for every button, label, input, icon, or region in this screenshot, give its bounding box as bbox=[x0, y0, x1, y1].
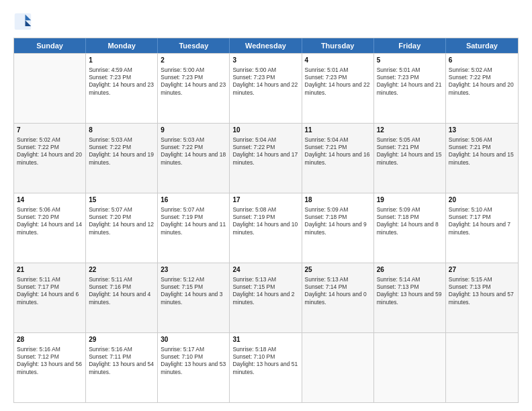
daylight-text: Daylight: 14 hours and 15 minutes. bbox=[377, 151, 443, 167]
daylight-text: Daylight: 14 hours and 15 minutes. bbox=[449, 151, 515, 167]
weekday-header: Thursday bbox=[302, 38, 374, 53]
calendar-header: SundayMondayTuesdayWednesdayThursdayFrid… bbox=[14, 38, 518, 53]
day-number: 7 bbox=[17, 126, 83, 135]
calendar-cell bbox=[302, 333, 374, 402]
calendar-cell bbox=[446, 333, 518, 402]
day-number: 8 bbox=[89, 126, 154, 135]
sunrise-text: Sunrise: 5:04 AM bbox=[305, 136, 371, 144]
day-number: 14 bbox=[17, 195, 83, 205]
daylight-text: Daylight: 14 hours and 18 minutes. bbox=[161, 151, 226, 167]
sunrise-text: Sunrise: 5:11 AM bbox=[89, 276, 154, 283]
sunrise-text: Sunrise: 5:02 AM bbox=[17, 136, 83, 144]
sunrise-text: Sunrise: 5:09 AM bbox=[305, 206, 371, 214]
calendar-body: 1Sunrise: 4:59 AMSunset: 7:23 PMDaylight… bbox=[14, 53, 518, 402]
daylight-text: Daylight: 13 hours and 54 minutes. bbox=[89, 361, 154, 376]
calendar-cell: 16Sunrise: 5:07 AMSunset: 7:19 PMDayligh… bbox=[158, 193, 230, 263]
sunset-text: Sunset: 7:17 PM bbox=[17, 283, 83, 291]
calendar-cell: 2Sunrise: 5:00 AMSunset: 7:23 PMDaylight… bbox=[158, 54, 230, 123]
sunset-text: Sunset: 7:22 PM bbox=[232, 144, 298, 151]
sunset-text: Sunset: 7:20 PM bbox=[89, 214, 154, 221]
daylight-text: Daylight: 13 hours and 53 minutes. bbox=[161, 361, 226, 376]
sunrise-text: Sunrise: 5:08 AM bbox=[232, 206, 298, 214]
sunrise-text: Sunrise: 5:16 AM bbox=[89, 346, 154, 353]
daylight-text: Daylight: 14 hours and 4 minutes. bbox=[89, 291, 154, 306]
day-number: 15 bbox=[89, 195, 154, 205]
weekday-header: Wednesday bbox=[230, 38, 302, 53]
calendar-cell: 3Sunrise: 5:00 AMSunset: 7:23 PMDaylight… bbox=[230, 54, 302, 123]
calendar: SundayMondayTuesdayWednesdayThursdayFrid… bbox=[13, 38, 519, 403]
daylight-text: Daylight: 14 hours and 8 minutes. bbox=[377, 221, 443, 236]
daylight-text: Daylight: 14 hours and 22 minutes. bbox=[232, 81, 298, 97]
calendar-cell: 5Sunrise: 5:01 AMSunset: 7:23 PMDaylight… bbox=[374, 54, 446, 123]
day-number: 28 bbox=[17, 335, 83, 345]
day-number: 2 bbox=[161, 56, 226, 65]
daylight-text: Daylight: 14 hours and 19 minutes. bbox=[89, 151, 154, 167]
day-number: 10 bbox=[232, 126, 298, 135]
sunset-text: Sunset: 7:22 PM bbox=[161, 144, 226, 151]
sunset-text: Sunset: 7:21 PM bbox=[305, 144, 371, 151]
sunset-text: Sunset: 7:15 PM bbox=[161, 283, 226, 291]
sunrise-text: Sunrise: 5:10 AM bbox=[449, 206, 515, 214]
sunset-text: Sunset: 7:18 PM bbox=[305, 214, 371, 221]
calendar-cell: 27Sunrise: 5:15 AMSunset: 7:13 PMDayligh… bbox=[446, 263, 518, 332]
sunrise-text: Sunrise: 5:13 AM bbox=[305, 276, 371, 283]
day-number: 6 bbox=[449, 56, 515, 65]
day-number: 27 bbox=[449, 265, 515, 275]
daylight-text: Daylight: 14 hours and 17 minutes. bbox=[232, 151, 298, 167]
weekday-header: Friday bbox=[374, 38, 446, 53]
sunset-text: Sunset: 7:10 PM bbox=[232, 353, 298, 361]
sunset-text: Sunset: 7:23 PM bbox=[161, 74, 226, 81]
day-number: 12 bbox=[377, 126, 443, 135]
calendar-cell bbox=[374, 333, 446, 402]
sunrise-text: Sunrise: 5:07 AM bbox=[89, 206, 154, 214]
day-number: 20 bbox=[449, 195, 515, 205]
calendar-cell: 18Sunrise: 5:09 AMSunset: 7:18 PMDayligh… bbox=[302, 193, 374, 263]
sunset-text: Sunset: 7:23 PM bbox=[305, 74, 371, 81]
sunset-text: Sunset: 7:21 PM bbox=[377, 144, 443, 151]
sunset-text: Sunset: 7:22 PM bbox=[449, 74, 515, 81]
day-number: 30 bbox=[161, 335, 226, 345]
logo-icon bbox=[13, 12, 32, 31]
daylight-text: Daylight: 14 hours and 22 minutes. bbox=[305, 81, 371, 97]
day-number: 16 bbox=[161, 195, 226, 205]
sunrise-text: Sunrise: 5:14 AM bbox=[377, 276, 443, 283]
daylight-text: Daylight: 14 hours and 23 minutes. bbox=[161, 81, 226, 97]
weekday-header: Sunday bbox=[14, 38, 86, 53]
day-number: 13 bbox=[449, 126, 515, 135]
calendar-cell: 9Sunrise: 5:03 AMSunset: 7:22 PMDaylight… bbox=[158, 124, 230, 193]
calendar-cell: 6Sunrise: 5:02 AMSunset: 7:22 PMDaylight… bbox=[446, 54, 518, 123]
daylight-text: Daylight: 13 hours and 59 minutes. bbox=[377, 291, 443, 306]
sunrise-text: Sunrise: 5:07 AM bbox=[161, 206, 226, 214]
daylight-text: Daylight: 14 hours and 11 minutes. bbox=[161, 221, 226, 236]
sunrise-text: Sunrise: 5:16 AM bbox=[17, 346, 83, 353]
sunset-text: Sunset: 7:19 PM bbox=[161, 214, 226, 221]
sunrise-text: Sunrise: 5:01 AM bbox=[377, 66, 443, 74]
day-number: 18 bbox=[305, 195, 371, 205]
sunrise-text: Sunrise: 5:01 AM bbox=[305, 66, 371, 74]
sunrise-text: Sunrise: 5:06 AM bbox=[449, 136, 515, 144]
sunset-text: Sunset: 7:19 PM bbox=[232, 214, 298, 221]
calendar-cell: 12Sunrise: 5:05 AMSunset: 7:21 PMDayligh… bbox=[374, 124, 446, 193]
day-number: 9 bbox=[161, 126, 226, 135]
daylight-text: Daylight: 14 hours and 7 minutes. bbox=[449, 221, 515, 236]
calendar-week: 28Sunrise: 5:16 AMSunset: 7:12 PMDayligh… bbox=[14, 332, 518, 402]
sunset-text: Sunset: 7:17 PM bbox=[449, 214, 515, 221]
sunrise-text: Sunrise: 5:00 AM bbox=[232, 66, 298, 74]
calendar-cell: 8Sunrise: 5:03 AMSunset: 7:22 PMDaylight… bbox=[86, 124, 158, 193]
daylight-text: Daylight: 14 hours and 3 minutes. bbox=[161, 291, 226, 306]
sunset-text: Sunset: 7:13 PM bbox=[449, 283, 515, 291]
calendar-cell: 29Sunrise: 5:16 AMSunset: 7:11 PMDayligh… bbox=[86, 333, 158, 402]
sunset-text: Sunset: 7:15 PM bbox=[232, 283, 298, 291]
calendar-week: 14Sunrise: 5:06 AMSunset: 7:20 PMDayligh… bbox=[14, 193, 518, 263]
weekday-header: Saturday bbox=[446, 38, 518, 53]
sunrise-text: Sunrise: 5:13 AM bbox=[232, 276, 298, 283]
calendar-cell: 26Sunrise: 5:14 AMSunset: 7:13 PMDayligh… bbox=[374, 263, 446, 332]
daylight-text: Daylight: 14 hours and 0 minutes. bbox=[305, 291, 371, 306]
daylight-text: Daylight: 14 hours and 6 minutes. bbox=[17, 291, 83, 306]
calendar-cell: 21Sunrise: 5:11 AMSunset: 7:17 PMDayligh… bbox=[14, 263, 86, 332]
day-number: 21 bbox=[17, 265, 83, 275]
daylight-text: Daylight: 14 hours and 10 minutes. bbox=[232, 221, 298, 236]
sunset-text: Sunset: 7:10 PM bbox=[161, 353, 226, 361]
calendar-cell: 22Sunrise: 5:11 AMSunset: 7:16 PMDayligh… bbox=[86, 263, 158, 332]
daylight-text: Daylight: 13 hours and 56 minutes. bbox=[17, 361, 83, 376]
